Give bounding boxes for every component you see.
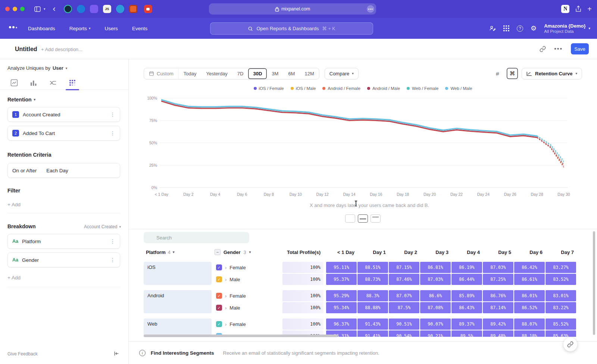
retention-value-cell[interactable]: 87.46% <box>389 274 419 285</box>
retention-value-cell[interactable]: 87.15% <box>389 262 419 273</box>
gender-cell[interactable]: ✓›Male <box>215 274 282 285</box>
retention-value-cell[interactable]: 86.42% <box>514 262 545 273</box>
day-column-header[interactable]: Day 7 <box>546 250 577 255</box>
series-checkbox[interactable]: ✓ <box>216 293 222 299</box>
retention-value-cell[interactable]: 95.29% <box>326 290 357 301</box>
retention-value-cell[interactable]: 90.54% <box>389 330 419 337</box>
retention-value-cell[interactable]: 86.76% <box>483 290 513 301</box>
retention-value-cell[interactable]: 87.14% <box>483 302 513 313</box>
retention-value-cell[interactable]: 91.43% <box>357 318 388 330</box>
day-column-header[interactable]: Day 2 <box>389 250 420 255</box>
help-icon[interactable]: ? <box>517 25 523 32</box>
retention-chart[interactable]: 0%25%50%75%100%< 1 DayDay 2Day 4Day 6Day… <box>135 94 574 201</box>
breakdown-card-gender[interactable]: Aa Gender ⋮ <box>7 252 120 267</box>
add-breakdown-button[interactable]: + Add <box>7 275 21 280</box>
sidebar-toggle-icon[interactable] <box>34 6 41 12</box>
retention-value-cell[interactable]: 90.07% <box>420 318 451 330</box>
retention-value-cell[interactable]: 85.89% <box>451 290 482 301</box>
retention-value-cell[interactable]: 95.34% <box>326 302 357 313</box>
retention-value-cell[interactable]: 96.37% <box>326 318 357 330</box>
nav-reports[interactable]: Reports▾ <box>69 26 91 31</box>
add-description[interactable]: + Add description... <box>41 47 82 52</box>
global-search[interactable]: Open Reports & Dashboards ⌘ + K <box>210 22 373 35</box>
kebab-menu-icon[interactable]: ⋮ <box>110 257 115 263</box>
legend-item[interactable]: Android / Female <box>322 86 360 91</box>
legend-item[interactable]: Web / Female <box>407 86 438 91</box>
legend-item[interactable]: Android / Male <box>367 86 400 91</box>
table-search-input[interactable] <box>144 232 249 243</box>
day-column-header[interactable]: Day 1 <box>357 250 389 255</box>
new-tab-icon[interactable]: + <box>587 5 592 13</box>
criteria-interval[interactable]: Each Day <box>46 168 68 173</box>
breakdown-scope-select[interactable]: Account Created▾ <box>84 224 121 229</box>
split-view-toggle[interactable] <box>358 214 368 223</box>
chart-type-selector[interactable]: Retention Curve ▾ <box>522 68 582 79</box>
globe-extension-icon[interactable] <box>116 5 124 13</box>
expand-chevron-icon[interactable]: › <box>225 321 226 327</box>
retention-value-cell[interactable]: 88.73% <box>357 274 388 285</box>
retention-value-cell[interactable]: 87.03% <box>420 274 451 285</box>
legend-item[interactable]: iOS / Female <box>254 86 284 91</box>
tab-funnels[interactable] <box>29 78 38 88</box>
retention-value-cell[interactable]: 91.41% <box>357 330 388 337</box>
date-range-7d[interactable]: 7D <box>232 68 249 79</box>
expand-chevron-icon[interactable]: › <box>225 265 226 270</box>
analyze-entity-select[interactable]: User <box>53 65 63 71</box>
share-icon[interactable] <box>575 6 581 12</box>
nav-dashboards[interactable]: Dashboards <box>28 26 55 31</box>
total-profiles-header[interactable]: Total Profile(s) <box>282 250 323 255</box>
address-bar[interactable]: mixpanel.com ••• <box>209 3 376 15</box>
retention-value-cell[interactable]: 87.03% <box>483 262 513 273</box>
chevron-down-icon[interactable]: ▾ <box>44 7 46 11</box>
retention-value-cell[interactable]: 85.63% <box>546 330 576 337</box>
retention-value-cell[interactable]: 86.6% <box>420 290 451 301</box>
expand-chevron-icon[interactable]: › <box>225 277 226 282</box>
platform-cell[interactable]: Android <box>144 290 212 313</box>
retention-value-cell[interactable]: 89.5% <box>451 330 482 337</box>
retention-value-cell[interactable]: 88.88% <box>357 302 388 313</box>
nav-users[interactable]: Users <box>105 26 118 31</box>
retention-value-cell[interactable]: 90.21% <box>420 330 451 337</box>
retention-value-cell[interactable]: 86.01% <box>514 290 545 301</box>
footer-title[interactable]: Find Interesting Segments <box>151 350 214 356</box>
compare-button[interactable]: Compare▾ <box>325 68 359 79</box>
criteria-condition[interactable]: On or After <box>12 168 37 173</box>
clock-extension-icon[interactable] <box>64 5 72 13</box>
hash-icon[interactable]: # <box>492 68 503 79</box>
horizontal-scrollbar[interactable] <box>144 335 338 337</box>
day-column-header[interactable]: Day 4 <box>451 250 483 255</box>
retention-value-cell[interactable]: 83.52% <box>546 274 576 285</box>
legend-item[interactable]: iOS / Male <box>291 86 316 91</box>
retention-value-cell[interactable]: 87.07% <box>389 290 419 301</box>
day-column-header[interactable]: < 1 Day <box>326 250 357 255</box>
share-link-fab[interactable] <box>563 338 577 351</box>
platform-cell[interactable]: Web <box>144 318 212 337</box>
save-button[interactable]: Save <box>571 43 589 54</box>
legend-item[interactable]: Web / Male <box>445 86 472 91</box>
select-all-checkbox[interactable]: – <box>215 249 221 255</box>
retention-value-cell[interactable]: 88.51% <box>357 262 388 273</box>
platform-cell[interactable]: iOS <box>144 262 212 285</box>
retention-value-cell[interactable]: 83.22% <box>546 302 576 313</box>
retention-value-cell[interactable]: 89.48% <box>483 330 513 337</box>
add-filter-button[interactable]: + Add <box>7 202 21 207</box>
page-options-icon[interactable]: ••• <box>367 5 374 13</box>
command-shortcut-icon[interactable]: ⌘ <box>507 68 518 79</box>
video-app-icon[interactable] <box>144 5 152 13</box>
date-range-today[interactable]: Today <box>179 68 201 79</box>
gender-cell[interactable]: ✓›Female <box>215 290 282 301</box>
retention-value-cell[interactable]: 87.25% <box>483 274 513 285</box>
settings-gear-icon[interactable]: ⚙ <box>531 24 537 32</box>
retention-value-cell[interactable]: 88.07% <box>514 318 545 330</box>
date-range-12m[interactable]: 12M <box>300 68 319 79</box>
date-range-30d[interactable]: 30D <box>248 68 267 79</box>
project-switcher[interactable]: Amazonia {Demo} All Project Data ▾ <box>544 23 590 34</box>
retention-value-cell[interactable]: 86.81% <box>420 262 451 273</box>
retention-value-cell[interactable]: 86.43% <box>451 302 482 313</box>
step-card-1[interactable]: 1 Account Created ⋮ <box>7 107 120 122</box>
give-feedback-link[interactable]: Give Feedback <box>7 351 38 357</box>
series-checkbox[interactable]: ✓ <box>216 321 222 327</box>
minimize-window-button[interactable] <box>13 7 17 11</box>
retention-value-cell[interactable]: 87.5% <box>389 302 419 313</box>
day-column-header[interactable]: Day 5 <box>483 250 514 255</box>
